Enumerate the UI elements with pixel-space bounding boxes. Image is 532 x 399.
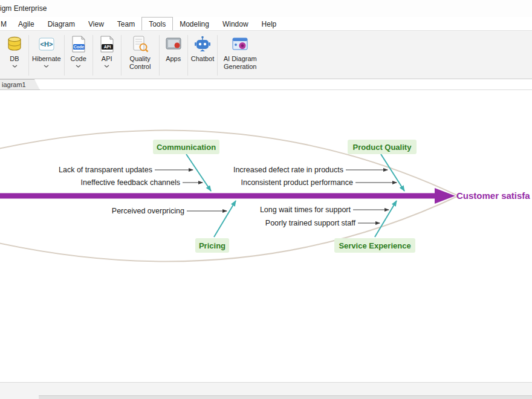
svg-text:Poorly trained support staff: Poorly trained support staff <box>265 219 356 227</box>
chatbot-button-label: Chatbot <box>191 55 215 63</box>
svg-text:Code: Code <box>73 45 84 49</box>
chevron-down-icon[interactable] <box>44 65 49 68</box>
bone-service-experience[interactable] <box>375 201 397 237</box>
menu-item-agile[interactable]: Agile <box>11 17 41 30</box>
quality-control-button[interactable]: Quality Control <box>122 33 158 77</box>
svg-text:Ineffective feedback channels: Ineffective feedback channels <box>81 178 180 187</box>
cause-item[interactable]: Ineffective feedback channels <box>81 178 203 187</box>
apps-button-label: Apps <box>166 55 181 63</box>
api-button-label: API <box>102 55 112 63</box>
toolbar-separator <box>217 35 218 76</box>
apps-button[interactable]: Apps <box>160 33 187 77</box>
menu-item-modeling[interactable]: Modeling <box>173 17 216 30</box>
quality-control-button-label: Quality Control <box>125 55 156 71</box>
toolbar-separator <box>159 35 160 76</box>
db-button[interactable]: DB <box>1 33 28 77</box>
category-label-pricing[interactable]: Pricing <box>195 238 229 253</box>
code-button-label: Code <box>71 55 86 63</box>
menu-item-help[interactable]: Help <box>255 17 284 30</box>
bone-product-quality[interactable] <box>381 154 404 191</box>
tools-ribbon: DB <H> Hibernate <box>0 30 532 79</box>
svg-text:Pricing: Pricing <box>199 241 225 250</box>
window-title: igm Enterprise <box>0 4 47 13</box>
cause-item[interactable]: Perceived overpricing <box>112 207 227 215</box>
bone-pricing[interactable] <box>214 201 236 237</box>
effect-label[interactable]: Customer satisfa <box>456 190 530 201</box>
hibernate-button-label: Hibernate <box>32 55 61 63</box>
cause-item[interactable]: Poorly trained support staff <box>265 219 380 227</box>
quality-control-icon <box>131 34 150 54</box>
tab-diagram1[interactable]: iagram1 <box>0 79 40 90</box>
code-file-icon: Code <box>69 34 88 54</box>
cause-item[interactable]: Inconsistent product performance <box>241 178 397 187</box>
toolbar-separator <box>64 35 65 76</box>
svg-text:Increased defect rate in produ: Increased defect rate in products <box>233 166 343 174</box>
svg-text:Communication: Communication <box>157 143 216 152</box>
code-button[interactable]: Code Code <box>65 33 92 77</box>
svg-text:<H>: <H> <box>40 41 53 48</box>
svg-text:Lack of transparent updates: Lack of transparent updates <box>59 166 152 174</box>
toolbar-separator <box>121 35 122 76</box>
ai-diagram-generation-button[interactable]: AI Diagram Generation <box>218 33 262 77</box>
diagram-canvas[interactable]: Communication Product Quality Pricing Se… <box>0 90 532 382</box>
hibernate-icon: <H> <box>37 34 56 54</box>
cause-item[interactable]: Lack of transparent updates <box>59 166 193 174</box>
ai-diagram-generation-button-label: AI Diagram Generation <box>221 55 259 71</box>
chatbot-icon <box>193 34 212 54</box>
chevron-down-icon[interactable] <box>12 65 18 68</box>
chatbot-button[interactable]: Chatbot <box>189 33 217 77</box>
menu-item-window[interactable]: Window <box>216 17 255 30</box>
spine-arrow[interactable] <box>0 188 455 204</box>
chevron-down-icon[interactable] <box>104 65 109 68</box>
diagram-tab-bar: iagram1 <box>0 79 532 90</box>
chevron-down-icon[interactable] <box>76 65 81 68</box>
category-label-service-experience[interactable]: Service Experience <box>334 238 415 253</box>
cause-item[interactable]: Increased defect rate in products <box>233 166 388 174</box>
svg-text:Long wait times for support: Long wait times for support <box>260 206 351 214</box>
window-title-bar: igm Enterprise <box>0 0 532 17</box>
horizontal-scrollbar[interactable] <box>39 395 532 399</box>
toolbar-separator <box>92 35 93 76</box>
svg-text:Product Quality: Product Quality <box>353 143 412 152</box>
menu-item-diagram[interactable]: Diagram <box>41 17 82 30</box>
db-button-label: DB <box>10 55 19 63</box>
menu-item-m[interactable]: M <box>0 17 11 30</box>
status-bar <box>0 382 532 399</box>
svg-text:Inconsistent product performan: Inconsistent product performance <box>241 178 353 187</box>
cause-item[interactable]: Long wait times for support <box>260 206 389 214</box>
database-icon <box>5 34 24 54</box>
bone-communication[interactable] <box>186 154 211 191</box>
svg-text:Service Experience: Service Experience <box>339 241 410 250</box>
menu-bar: M Agile Diagram View Team Tools Modeling… <box>0 17 532 30</box>
app-window: igm Enterprise M Agile Diagram View Team… <box>0 0 532 399</box>
api-file-icon: API <box>97 34 117 54</box>
tab-diagram1-label: iagram1 <box>2 81 26 88</box>
ai-diagram-generation-icon <box>230 34 250 54</box>
hibernate-button[interactable]: <H> Hibernate <box>30 33 63 77</box>
menu-item-tools[interactable]: Tools <box>141 17 173 30</box>
menu-item-view[interactable]: View <box>82 17 111 30</box>
category-label-communication[interactable]: Communication <box>153 140 219 154</box>
toolbar-separator <box>28 35 29 76</box>
svg-text:Perceived overpricing: Perceived overpricing <box>112 207 184 215</box>
svg-text:API: API <box>103 45 111 49</box>
apps-icon <box>164 34 183 54</box>
fishbone-diagram[interactable]: Communication Product Quality Pricing Se… <box>0 90 532 382</box>
api-button[interactable]: API API <box>94 33 120 77</box>
menu-item-team[interactable]: Team <box>111 17 141 30</box>
category-label-product-quality[interactable]: Product Quality <box>348 140 417 154</box>
toolbar-separator <box>187 35 188 76</box>
